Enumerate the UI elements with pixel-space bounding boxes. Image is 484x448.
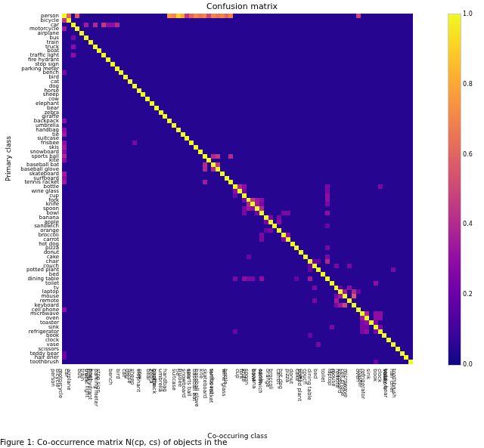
heatmap-cell xyxy=(325,211,330,215)
heatmap-cell xyxy=(312,286,317,290)
heatmap-cell xyxy=(308,267,312,272)
heatmap-cell xyxy=(347,264,352,268)
heatmap-cell xyxy=(312,298,317,303)
x-tick: toilet xyxy=(320,369,325,382)
heatmap-cell xyxy=(115,23,119,27)
heatmap-cell xyxy=(84,23,88,27)
confusion-heatmap xyxy=(62,14,413,364)
colorbar-tick: 0.6 xyxy=(463,150,473,157)
colorbar-tick: 0.0 xyxy=(463,361,473,368)
heatmap-cell xyxy=(378,184,383,189)
heatmap-cell xyxy=(216,154,220,159)
x-tick: snowboard xyxy=(181,369,186,397)
x-tick: banana xyxy=(251,369,256,388)
heatmap-cell xyxy=(316,342,321,347)
x-tick: fire hydrant xyxy=(87,369,92,400)
x-tick: motorcycle xyxy=(57,369,63,398)
x-tick: handbag xyxy=(161,369,166,392)
heatmap-cell xyxy=(233,193,237,198)
heatmap-cell xyxy=(233,277,237,281)
heatmap-cell xyxy=(228,14,233,18)
x-tick: parking meter xyxy=(93,369,98,406)
heatmap-cell xyxy=(374,281,378,286)
heatmap-cell xyxy=(325,224,330,228)
heatmap-cell xyxy=(259,277,264,281)
heatmap-cell xyxy=(308,277,312,281)
x-tick: backpack xyxy=(151,369,157,394)
heatmap-cell xyxy=(294,277,299,281)
heatmap-cell xyxy=(352,294,356,298)
heatmap-cell xyxy=(277,220,281,224)
y-tick: toothbrush xyxy=(30,360,59,365)
x-tick-labels: personbicyclecarmotorcycleairplanebustra… xyxy=(62,367,413,432)
x-tick: wine glass xyxy=(221,369,226,397)
x-tick: dining table xyxy=(306,369,312,400)
heatmap-cell xyxy=(132,141,137,145)
heatmap-cell xyxy=(242,211,247,215)
heatmap-cell xyxy=(316,259,321,264)
figure-caption: Figure 1: Co-occurrence matrix N(cp, cs)… xyxy=(0,437,484,448)
x-tick: airplane xyxy=(66,369,71,391)
x-tick: sandwich xyxy=(257,369,262,394)
heatmap-cell xyxy=(62,158,67,162)
x-tick: skateboard xyxy=(202,369,207,398)
heatmap-cell xyxy=(62,132,67,137)
colorbar-tick: 0.2 xyxy=(463,291,473,298)
heatmap-cell xyxy=(62,26,67,31)
heatmap-cell xyxy=(71,45,76,49)
heatmap-cell xyxy=(268,228,273,233)
heatmap-cell xyxy=(62,355,67,360)
y-tick-labels: personbicyclecarmotorcycleairplanebustra… xyxy=(0,14,60,364)
heatmap-cell xyxy=(228,154,233,159)
heatmap-cell xyxy=(93,23,98,27)
heatmap-cell xyxy=(233,329,237,334)
x-tick: teddy bear xyxy=(382,369,387,397)
heatmap-cell xyxy=(203,180,207,184)
x-tick: toothbrush xyxy=(391,369,396,397)
colorbar-tick: 0.8 xyxy=(463,80,473,87)
heatmap-cell xyxy=(343,303,347,307)
heatmap-cell xyxy=(62,307,67,312)
heatmap-cell xyxy=(334,264,339,268)
heatmap-cell xyxy=(374,360,378,364)
y-axis-label: Primary class xyxy=(5,136,12,181)
x-tick: refrigerator xyxy=(359,369,365,399)
x-tick: bird xyxy=(115,369,120,379)
heatmap-cell xyxy=(62,119,67,123)
x-tick: sports ball xyxy=(185,369,191,397)
heatmap-cell xyxy=(62,180,67,184)
heatmap-cell xyxy=(71,36,76,40)
heatmap-cell xyxy=(325,246,330,250)
x-tick: potted plant xyxy=(297,369,302,401)
heatmap-cell xyxy=(356,289,361,294)
heatmap-cell xyxy=(286,211,290,215)
heatmap-cell xyxy=(325,259,330,264)
heatmap-cell xyxy=(325,202,330,206)
heatmap-cell xyxy=(62,70,67,75)
colorbar-tick: 0.4 xyxy=(463,221,473,227)
x-tick: microwave xyxy=(343,369,348,397)
x-tick: elephant xyxy=(135,369,140,392)
x-tick: broccoli xyxy=(268,369,273,389)
heatmap-cell xyxy=(408,360,413,364)
heatmap-cell xyxy=(75,14,79,18)
x-tick: hot dog xyxy=(277,369,282,389)
colorbar-tick: 1.0 xyxy=(463,11,473,17)
x-tick: bench xyxy=(108,369,113,385)
x-tick: tennis racket xyxy=(208,369,213,403)
heatmap-cell xyxy=(308,333,312,338)
x-tick: bed xyxy=(312,369,318,378)
x-tick: baseball glove xyxy=(194,369,199,407)
x-tick: donut xyxy=(288,369,293,384)
x-tick: spoon xyxy=(244,369,250,385)
heatmap-cell xyxy=(203,167,207,171)
chart-title: Confusion matrix xyxy=(0,2,484,11)
colorbar xyxy=(448,14,461,366)
x-tick: suitcase xyxy=(171,369,176,391)
heatmap-cell xyxy=(250,277,255,281)
heatmap-cell xyxy=(330,325,334,329)
heatmap-cell xyxy=(247,255,251,259)
heatmap-cell xyxy=(259,237,264,242)
heatmap-cell xyxy=(378,316,383,320)
heatmap-cell xyxy=(71,53,76,57)
